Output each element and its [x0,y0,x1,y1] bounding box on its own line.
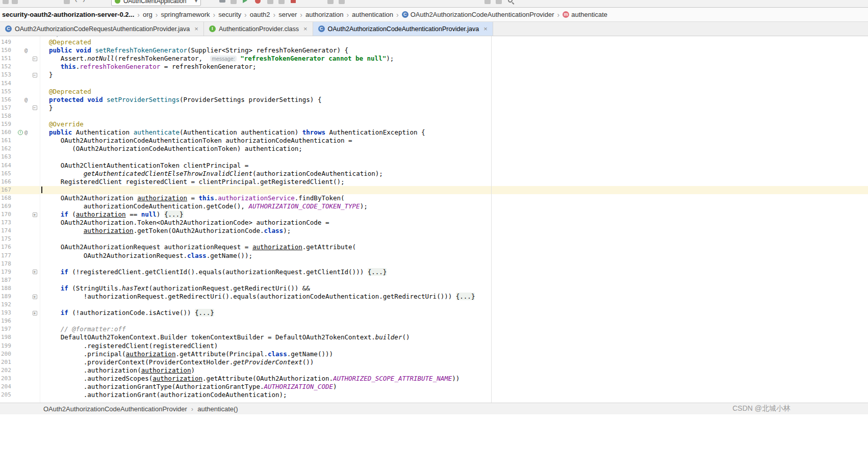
code-line[interactable]: 198 DefaultOAuth2TokenContext.Builder to… [0,333,868,341]
fold-gutter[interactable] [31,88,39,96]
toolbar-icon[interactable] [496,0,502,4]
line-number[interactable]: 151 [0,55,11,63]
breadcrumb-item[interactable]: security [217,11,242,18]
fold-gutter[interactable] [31,145,39,153]
debug-icon[interactable] [255,0,261,4]
search-icon[interactable] [508,0,513,3]
code-line[interactable]: 151− Assert.notNull(refreshTokenGenerato… [0,55,868,63]
fold-gutter[interactable] [31,194,39,202]
code-line[interactable]: 167 [0,186,868,194]
code-text[interactable] [39,153,868,161]
nav-forward-icon[interactable]: › [83,0,85,4]
code-text[interactable]: public Authentication authenticate(Authe… [39,128,868,137]
fold-gutter[interactable] [31,162,39,170]
fold-gutter[interactable] [31,153,39,161]
code-text[interactable]: public void setRefreshTokenGenerator(Sup… [39,46,868,55]
fold-gutter[interactable]: + [31,210,39,219]
line-number[interactable]: 198 [0,333,11,341]
code-text[interactable] [39,260,868,268]
code-text[interactable]: .registeredClient(registeredClient) [39,342,868,350]
fold-gutter[interactable] [31,276,39,284]
line-number[interactable]: 199 [0,342,11,350]
line-number[interactable]: 158 [0,112,11,120]
fold-plus-icon[interactable]: + [33,295,37,299]
code-line[interactable]: 203 .authorizedScopes(authorization.getA… [0,375,868,383]
fold-gutter[interactable] [31,375,39,383]
line-number[interactable]: 177 [0,252,11,260]
code-text[interactable] [39,235,868,243]
code-line[interactable]: 178 [0,260,868,268]
code-line[interactable]: 205 .authorizationGrant(authorizationCod… [0,391,868,399]
code-text[interactable]: .providerContext(ProviderContextHolder.g… [39,358,868,366]
code-text[interactable]: @Override [39,120,868,128]
code-text[interactable]: OAuth2AuthorizationRequest authorization… [39,243,868,251]
line-number[interactable]: 187 [0,276,11,284]
fold-minus-icon[interactable]: − [33,73,37,77]
fold-gutter[interactable] [31,301,39,309]
fold-gutter[interactable] [31,96,39,104]
fold-gutter[interactable] [31,38,39,46]
profiler-icon[interactable] [278,0,285,4]
code-text[interactable]: getAuthenticatedClientElseThrowInvalidCl… [39,170,868,178]
fold-gutter[interactable] [31,186,39,194]
code-text[interactable]: @Deprecated [39,88,868,96]
code-line[interactable]: 175 [0,235,868,243]
code-line[interactable]: 199 .registeredClient(registeredClient) [0,342,868,350]
code-text[interactable] [39,317,868,325]
fold-plus-icon[interactable]: + [33,311,37,315]
line-number[interactable]: 202 [0,366,11,375]
fold-gutter[interactable] [31,358,39,366]
fold-gutter[interactable]: + [31,268,39,276]
code-line[interactable]: 204 .authorizationGrantType(Authorizatio… [0,383,868,391]
code-text[interactable] [39,80,868,88]
fold-gutter[interactable] [31,260,39,268]
line-number[interactable]: 196 [0,317,11,325]
code-text[interactable]: this.refreshTokenGenerator = refreshToke… [39,63,868,71]
line-number[interactable]: 152 [0,63,11,71]
code-line[interactable]: 192 [0,301,868,309]
fold-gutter[interactable] [31,342,39,350]
code-text[interactable]: OAuth2ClientAuthenticationToken clientPr… [39,162,868,170]
status-breadcrumb-item[interactable]: OAuth2AuthorizationCodeAuthenticationPro… [43,405,187,413]
code-line[interactable]: 169 authorizationCodeAuthentication.getC… [0,202,868,210]
fold-plus-icon[interactable]: + [33,213,37,217]
code-line[interactable]: 176 OAuth2AuthorizationRequest authoriza… [0,243,868,251]
fold-gutter[interactable] [31,252,39,260]
fold-gutter[interactable] [31,202,39,210]
line-number[interactable]: 174 [0,227,11,235]
tab-close-icon[interactable]: × [483,25,488,33]
fold-gutter[interactable] [31,63,39,71]
line-number[interactable]: 189 [0,293,11,301]
code-line[interactable]: 166 RegisteredClient registeredClient = … [0,178,868,186]
toolbar-icon[interactable] [64,0,70,4]
fold-gutter[interactable] [31,170,39,178]
breadcrumb-item[interactable]: COAuth2AuthorizationCodeAuthenticationPr… [401,11,555,18]
code-line[interactable]: 152 this.refreshTokenGenerator = refresh… [0,63,868,71]
line-number[interactable]: 149 [0,38,11,46]
line-number[interactable]: 193 [0,309,11,317]
code-text[interactable]: } [39,104,868,112]
breadcrumb-item[interactable]: springframework [160,11,211,18]
line-number[interactable]: 201 [0,358,11,366]
fold-gutter[interactable] [31,284,39,293]
code-line[interactable]: 149 @Deprecated [0,38,868,46]
line-number[interactable]: 188 [0,284,11,293]
line-number[interactable]: 205 [0,391,11,399]
code-line[interactable]: 150@ public void setRefreshTokenGenerato… [0,46,868,55]
fold-gutter[interactable] [31,120,39,128]
code-text[interactable]: Assert.notNull(refreshTokenGenerator, me… [39,55,868,63]
line-number[interactable]: 156 [0,96,11,104]
fold-gutter[interactable] [31,317,39,325]
breadcrumb-item[interactable]: server [277,11,298,18]
line-number[interactable]: 200 [0,350,11,358]
status-breadcrumb-item[interactable]: authenticate() [197,405,238,413]
code-text[interactable]: (OAuth2AuthorizationCodeAuthenticationTo… [39,145,868,153]
fold-gutter[interactable] [31,243,39,251]
code-line[interactable]: 163 [0,153,868,161]
code-text[interactable]: OAuth2AuthorizationCodeAuthenticationTok… [39,137,868,145]
fold-gutter[interactable]: + [31,309,39,317]
code-line[interactable]: 165 getAuthenticatedClientElseThrowInval… [0,170,868,178]
fold-gutter[interactable] [31,227,39,235]
fold-gutter[interactable] [31,137,39,145]
line-number[interactable]: 154 [0,80,11,88]
